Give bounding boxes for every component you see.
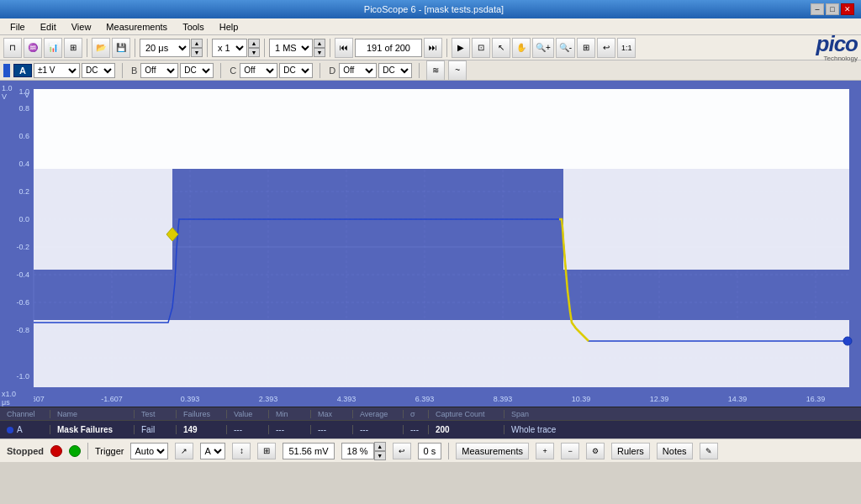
scope-area[interactable]: 1.0 V 0.8 0.6 0.4 0.2 0.0 -0.2 -0.4 -0.6…	[0, 81, 861, 391]
sr-up[interactable]: ▲	[314, 39, 325, 48]
ch-b-coupling[interactable]: DC	[180, 63, 214, 78]
meas-capture: 200	[429, 425, 504, 434]
sep2	[135, 39, 135, 57]
persist-btn[interactable]: ⊞	[64, 38, 82, 58]
notes-btn[interactable]: Notes	[657, 443, 693, 459]
chart-btn[interactable]: 📊	[44, 38, 62, 58]
meas-remove-btn[interactable]: −	[561, 443, 579, 459]
ch-b-label: B	[129, 66, 139, 76]
ch-d-state[interactable]: Off	[339, 63, 377, 78]
meas-name: Mask Failures	[50, 425, 135, 434]
ch-d-coupling[interactable]: DC	[378, 63, 412, 78]
percent-up[interactable]: ▲	[374, 442, 386, 451]
meas-channel-value: A	[17, 425, 23, 434]
timebase-select[interactable]: 20 μs	[140, 39, 190, 57]
sr-down[interactable]: ▼	[314, 48, 325, 57]
status-sep2	[448, 443, 449, 459]
sep1	[87, 39, 87, 57]
record-button[interactable]	[50, 445, 62, 457]
menu-help[interactable]: Help	[213, 20, 246, 34]
ch-sep3	[320, 63, 320, 78]
mult-up[interactable]: ▲	[248, 39, 260, 48]
save-btn[interactable]: 💾	[112, 38, 130, 58]
spectrum-btn[interactable]: ♒	[24, 38, 42, 58]
play-button[interactable]	[69, 445, 81, 457]
menu-edit[interactable]: Edit	[34, 20, 63, 34]
menu-view[interactable]: View	[65, 20, 98, 34]
zoom-out-btn[interactable]: 🔍-	[556, 38, 575, 58]
mult-down[interactable]: ▼	[248, 48, 260, 57]
stop-btn[interactable]: ⊡	[472, 38, 490, 58]
sr-spin[interactable]: ▲ ▼	[314, 39, 325, 57]
open-btn[interactable]: 📂	[92, 38, 110, 58]
rulers-btn[interactable]: Rulers	[611, 443, 650, 459]
menu-measurements[interactable]: Measurements	[99, 20, 174, 34]
col-value-header: Value	[227, 410, 269, 418]
meas-failures: 149	[177, 425, 227, 434]
meas-span: Whole trace	[504, 425, 572, 434]
title-bar: PicoScope 6 - [mask tests.psdata] – □ ✕	[0, 0, 861, 18]
trigger-level-btn[interactable]: ↕	[232, 443, 251, 459]
timebase-spin[interactable]: ▲ ▼	[191, 39, 203, 57]
hand-btn[interactable]: ✋	[512, 38, 531, 58]
multiplier-select[interactable]: x 1	[212, 39, 247, 57]
percent-spin[interactable]: ▲ ▼	[374, 442, 386, 460]
ch-a-indicator	[3, 64, 10, 77]
timebase-down[interactable]: ▼	[191, 48, 203, 57]
pico-logo-text: pico	[816, 33, 858, 55]
minimize-button[interactable]: –	[811, 3, 824, 15]
mult-spin[interactable]: ▲ ▼	[248, 39, 260, 57]
col-span-header: Span	[504, 410, 572, 418]
nav-first[interactable]: ⏮	[335, 38, 353, 58]
menu-bar: File Edit View Measurements Tools Help	[0, 18, 861, 35]
menu-tools[interactable]: Tools	[176, 20, 211, 34]
trigger-type-btn[interactable]: ↗	[175, 443, 193, 459]
cursor-btn[interactable]: ↖	[492, 38, 510, 58]
x-axis-svg: -3.607 -1.607 0.393 2.393 4.393 6.393 8.…	[34, 391, 861, 407]
meas-sigma: ---	[404, 425, 429, 434]
svg-text:-0.6: -0.6	[16, 298, 29, 307]
ratio-btn[interactable]: 1:1	[617, 38, 636, 58]
timebase-up[interactable]: ▲	[191, 39, 203, 48]
meas-test: Fail	[135, 425, 177, 434]
percent-down[interactable]: ▼	[374, 451, 386, 460]
zoom-in-btn[interactable]: 🔍+	[532, 38, 554, 58]
svg-rect-36	[34, 89, 849, 169]
notes-edit-btn[interactable]: ✎	[700, 443, 718, 459]
scope-mode-btn[interactable]: ⊓	[3, 38, 22, 58]
sep3	[207, 39, 208, 57]
meas-settings-btn[interactable]: ⚙	[586, 443, 605, 459]
ch-a-coupling[interactable]: DC	[82, 63, 115, 78]
run-btn[interactable]: ▶	[452, 38, 470, 58]
nav-last[interactable]: ⏭	[424, 38, 442, 58]
ch-c-coupling[interactable]: DC	[279, 63, 313, 78]
svg-text:0.4: 0.4	[18, 160, 29, 168]
meas-add-btn[interactable]: +	[536, 443, 554, 459]
ch-b-state[interactable]: Off	[140, 63, 178, 78]
ref-btn[interactable]: ~	[448, 60, 467, 81]
channel-b-group: B Off DC	[129, 63, 214, 78]
math-btn[interactable]: ≋	[426, 60, 445, 81]
ch-c-state[interactable]: Off	[240, 63, 277, 78]
svg-text:4.393: 4.393	[337, 395, 357, 403]
maximize-button[interactable]: □	[826, 3, 839, 15]
trigger-mode-btn2[interactable]: ⊞	[257, 443, 276, 459]
trigger-channel-select[interactable]: A	[200, 443, 225, 459]
menu-file[interactable]: File	[3, 20, 32, 34]
trigger-reset-btn[interactable]: ↩	[393, 443, 411, 459]
sample-rate-select[interactable]: 1 MS	[269, 39, 313, 57]
ch-a-label: A	[13, 64, 32, 77]
channel-c-group: C Off DC	[228, 63, 313, 78]
ch-a-voltage[interactable]: ±1 V	[34, 63, 80, 78]
col-channel-header: Channel	[0, 410, 50, 418]
oscilloscope-display: 1.0 V 0.8 0.6 0.4 0.2 0.0 -0.2 -0.4 -0.6…	[0, 81, 861, 391]
ch-sep4	[419, 63, 420, 78]
trigger-mode-select[interactable]: Auto	[130, 443, 168, 459]
capture-counter: 191 of 200	[355, 39, 422, 57]
measurements-btn[interactable]: Measurements	[456, 443, 529, 459]
meas-value: ---	[227, 425, 269, 434]
zoom-fit-btn[interactable]: ⊞	[577, 38, 595, 58]
prev-zoom-btn[interactable]: ↩	[597, 38, 615, 58]
col-average-header: Average	[353, 410, 404, 418]
close-button[interactable]: ✕	[841, 3, 854, 15]
